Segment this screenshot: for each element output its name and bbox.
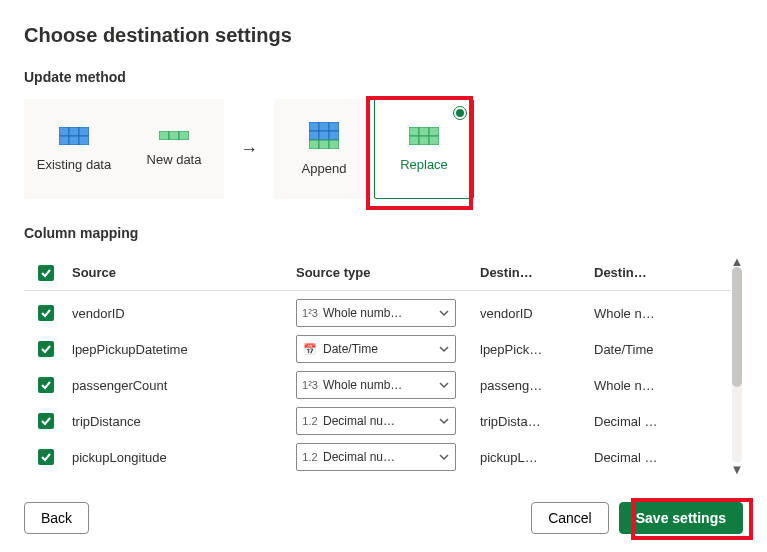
chevron-down-icon — [439, 416, 449, 426]
svg-rect-7 — [169, 131, 179, 140]
back-button[interactable]: Back — [24, 502, 89, 534]
row-checkbox[interactable] — [24, 305, 68, 321]
source-type-select[interactable]: 1²3 Whole numb… — [296, 299, 456, 327]
destination-type-cell: Date/Time — [594, 342, 704, 357]
scroll-track[interactable] — [732, 267, 742, 463]
svg-rect-8 — [179, 131, 189, 140]
svg-rect-20 — [429, 127, 439, 136]
col-destination-type-header[interactable]: Destin… — [594, 265, 704, 280]
svg-rect-5 — [79, 136, 89, 145]
scroll-thumb[interactable] — [732, 267, 742, 387]
svg-rect-16 — [319, 140, 329, 149]
svg-rect-12 — [309, 131, 319, 140]
chevron-down-icon — [439, 452, 449, 462]
svg-rect-3 — [59, 136, 69, 145]
table-row: vendorID 1²3 Whole numb… vendorID Whole … — [24, 295, 731, 331]
checkbox-checked-icon — [38, 377, 54, 393]
arrow-right-icon: → — [224, 139, 274, 160]
header-checkbox[interactable] — [24, 265, 68, 281]
svg-rect-21 — [409, 136, 419, 145]
column-mapping-grid: Source Source type Destin… Destin… vendo… — [24, 255, 743, 475]
svg-rect-10 — [319, 122, 329, 131]
svg-rect-17 — [329, 140, 339, 149]
append-label: Append — [302, 161, 347, 176]
radio-selected-icon — [453, 106, 467, 120]
svg-rect-22 — [419, 136, 429, 145]
source-type-select[interactable]: 1.2 Decimal nu… — [296, 407, 456, 435]
update-method-heading: Update method — [24, 69, 743, 85]
svg-rect-6 — [159, 131, 169, 140]
checkbox-checked-icon — [38, 449, 54, 465]
row-checkbox[interactable] — [24, 377, 68, 393]
source-cell: passengerCount — [72, 378, 292, 393]
svg-rect-11 — [329, 122, 339, 131]
scrollbar[interactable]: ▲ ▼ — [731, 255, 743, 475]
row-checkbox[interactable] — [24, 413, 68, 429]
cancel-button[interactable]: Cancel — [531, 502, 609, 534]
table-row: tripDistance 1.2 Decimal nu… tripDista… … — [24, 403, 731, 439]
append-icon — [309, 122, 339, 149]
col-destination-header[interactable]: Destin… — [480, 265, 590, 280]
col-source-type-header[interactable]: Source type — [296, 265, 476, 280]
svg-rect-23 — [429, 136, 439, 145]
svg-rect-19 — [419, 127, 429, 136]
type-icon: 1.2 — [303, 415, 317, 427]
existing-data-tile: Existing data — [24, 99, 124, 199]
row-checkbox[interactable] — [24, 341, 68, 357]
table-blue-icon — [59, 127, 89, 145]
destination-type-cell: Whole n… — [594, 378, 704, 393]
footer: Back Cancel Save settings — [24, 502, 743, 534]
source-type-select[interactable]: 📅 Date/Time — [296, 335, 456, 363]
page-title: Choose destination settings — [24, 24, 743, 47]
scroll-down-icon[interactable]: ▼ — [731, 463, 743, 475]
scroll-up-icon[interactable]: ▲ — [731, 255, 743, 267]
existing-data-label: Existing data — [37, 157, 111, 172]
destination-cell: passeng… — [480, 378, 590, 393]
replace-icon — [409, 127, 439, 145]
grid-header: Source Source type Destin… Destin… — [24, 255, 731, 291]
replace-card[interactable]: Replace — [374, 99, 474, 199]
checkbox-checked-icon — [38, 305, 54, 321]
destination-cell: vendorID — [480, 306, 590, 321]
row-green-icon — [159, 131, 189, 140]
destination-cell: lpepPick… — [480, 342, 590, 357]
svg-rect-15 — [309, 140, 319, 149]
svg-rect-1 — [69, 127, 79, 136]
replace-label: Replace — [400, 157, 448, 172]
update-method-row: Existing data New data → Append Replace — [24, 99, 743, 199]
new-data-label: New data — [147, 152, 202, 167]
table-row: lpepPickupDatetime 📅 Date/Time lpepPick…… — [24, 331, 731, 367]
svg-rect-18 — [409, 127, 419, 136]
source-type-label: Whole numb… — [323, 306, 402, 320]
type-icon: 1²3 — [303, 307, 317, 319]
chevron-down-icon — [439, 344, 449, 354]
svg-rect-2 — [79, 127, 89, 136]
row-checkbox[interactable] — [24, 449, 68, 465]
source-type-label: Decimal nu… — [323, 414, 395, 428]
table-row: pickupLongitude 1.2 Decimal nu… pickupL…… — [24, 439, 731, 475]
type-icon: 1²3 — [303, 379, 317, 391]
type-icon: 1.2 — [303, 451, 317, 463]
append-card[interactable]: Append — [274, 99, 374, 199]
source-cell: lpepPickupDatetime — [72, 342, 292, 357]
type-icon: 📅 — [303, 343, 317, 356]
source-type-select[interactable]: 1.2 Decimal nu… — [296, 443, 456, 471]
table-row: passengerCount 1²3 Whole numb… passeng… … — [24, 367, 731, 403]
new-data-tile: New data — [124, 99, 224, 199]
svg-rect-14 — [329, 131, 339, 140]
col-source-header[interactable]: Source — [72, 265, 292, 280]
destination-type-cell: Decimal … — [594, 414, 704, 429]
source-type-label: Decimal nu… — [323, 450, 395, 464]
checkbox-checked-icon — [38, 341, 54, 357]
source-cell: pickupLongitude — [72, 450, 292, 465]
svg-rect-9 — [309, 122, 319, 131]
source-type-select[interactable]: 1²3 Whole numb… — [296, 371, 456, 399]
destination-type-cell: Decimal … — [594, 450, 704, 465]
checkbox-checked-icon — [38, 265, 54, 281]
save-settings-button[interactable]: Save settings — [619, 502, 743, 534]
checkbox-checked-icon — [38, 413, 54, 429]
chevron-down-icon — [439, 308, 449, 318]
source-type-label: Date/Time — [323, 342, 378, 356]
destination-type-cell: Whole n… — [594, 306, 704, 321]
svg-rect-13 — [319, 131, 329, 140]
